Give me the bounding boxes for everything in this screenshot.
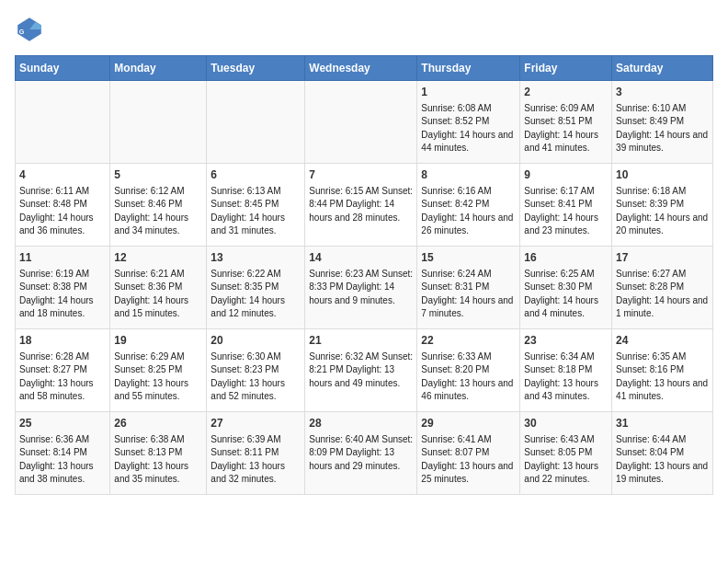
- calendar-table: SundayMondayTuesdayWednesdayThursdayFrid…: [15, 55, 713, 495]
- calendar-cell: 2Sunrise: 6:09 AM Sunset: 8:51 PM Daylig…: [520, 81, 612, 164]
- cell-content: Sunrise: 6:40 AM Sunset: 8:09 PM Dayligh…: [309, 433, 413, 474]
- cell-content: Sunrise: 6:30 AM Sunset: 8:23 PM Dayligh…: [210, 350, 301, 404]
- cell-content: Sunrise: 6:09 AM Sunset: 8:51 PM Dayligh…: [524, 102, 608, 155]
- calendar-cell: 16Sunrise: 6:25 AM Sunset: 8:30 PM Dayli…: [520, 247, 612, 329]
- day-number: 12: [114, 250, 202, 266]
- day-number: 11: [19, 250, 106, 266]
- calendar-cell: 28Sunrise: 6:40 AM Sunset: 8:09 PM Dayli…: [305, 412, 417, 495]
- cell-content: Sunrise: 6:13 AM Sunset: 8:45 PM Dayligh…: [210, 185, 301, 238]
- calendar-cell: [207, 81, 305, 164]
- cell-content: Sunrise: 6:10 AM Sunset: 8:49 PM Dayligh…: [616, 102, 709, 155]
- weekday-header-monday: Monday: [110, 56, 207, 81]
- calendar-cell: 11Sunrise: 6:19 AM Sunset: 8:38 PM Dayli…: [16, 247, 110, 329]
- cell-content: Sunrise: 6:39 AM Sunset: 8:11 PM Dayligh…: [210, 433, 301, 487]
- day-number: 23: [524, 333, 608, 349]
- calendar-week-2: 4Sunrise: 6:11 AM Sunset: 8:48 PM Daylig…: [16, 164, 713, 247]
- logo-icon: G: [15, 15, 44, 44]
- calendar-cell: 14Sunrise: 6:23 AM Sunset: 8:33 PM Dayli…: [305, 247, 417, 329]
- cell-content: Sunrise: 6:27 AM Sunset: 8:28 PM Dayligh…: [616, 268, 709, 321]
- weekday-header-tuesday: Tuesday: [207, 56, 305, 81]
- cell-content: Sunrise: 6:25 AM Sunset: 8:30 PM Dayligh…: [524, 268, 608, 321]
- calendar-cell: 25Sunrise: 6:36 AM Sunset: 8:14 PM Dayli…: [16, 412, 110, 495]
- calendar-cell: 27Sunrise: 6:39 AM Sunset: 8:11 PM Dayli…: [207, 412, 305, 495]
- cell-content: Sunrise: 6:18 AM Sunset: 8:39 PM Dayligh…: [616, 185, 709, 238]
- cell-content: Sunrise: 6:36 AM Sunset: 8:14 PM Dayligh…: [19, 433, 106, 487]
- cell-content: Sunrise: 6:24 AM Sunset: 8:31 PM Dayligh…: [421, 268, 516, 321]
- calendar-week-4: 18Sunrise: 6:28 AM Sunset: 8:27 PM Dayli…: [16, 329, 713, 412]
- calendar-cell: 19Sunrise: 6:29 AM Sunset: 8:25 PM Dayli…: [110, 329, 207, 412]
- cell-content: Sunrise: 6:17 AM Sunset: 8:41 PM Dayligh…: [524, 185, 608, 238]
- day-number: 30: [524, 416, 608, 431]
- day-number: 27: [210, 416, 301, 431]
- calendar-cell: [110, 81, 207, 164]
- cell-content: Sunrise: 6:32 AM Sunset: 8:21 PM Dayligh…: [309, 350, 413, 391]
- calendar-cell: 22Sunrise: 6:33 AM Sunset: 8:20 PM Dayli…: [417, 329, 520, 412]
- cell-content: Sunrise: 6:38 AM Sunset: 8:13 PM Dayligh…: [114, 433, 202, 487]
- calendar-cell: 8Sunrise: 6:16 AM Sunset: 8:42 PM Daylig…: [417, 164, 520, 247]
- weekday-header-sunday: Sunday: [16, 56, 110, 81]
- cell-content: Sunrise: 6:22 AM Sunset: 8:35 PM Dayligh…: [210, 268, 301, 321]
- calendar-cell: 26Sunrise: 6:38 AM Sunset: 8:13 PM Dayli…: [110, 412, 207, 495]
- cell-content: Sunrise: 6:33 AM Sunset: 8:20 PM Dayligh…: [421, 350, 516, 404]
- calendar-cell: 12Sunrise: 6:21 AM Sunset: 8:36 PM Dayli…: [110, 247, 207, 329]
- day-number: 4: [19, 167, 106, 183]
- cell-content: Sunrise: 6:11 AM Sunset: 8:48 PM Dayligh…: [19, 185, 106, 238]
- day-number: 22: [421, 333, 516, 349]
- day-number: 2: [524, 85, 608, 100]
- day-number: 20: [210, 333, 301, 349]
- day-number: 5: [114, 167, 202, 183]
- weekday-header-saturday: Saturday: [612, 56, 713, 81]
- day-number: 25: [19, 416, 106, 431]
- cell-content: Sunrise: 6:35 AM Sunset: 8:16 PM Dayligh…: [616, 350, 709, 404]
- day-number: 14: [309, 250, 413, 266]
- day-number: 24: [616, 333, 709, 349]
- day-number: 16: [524, 250, 608, 266]
- calendar-cell: 20Sunrise: 6:30 AM Sunset: 8:23 PM Dayli…: [207, 329, 305, 412]
- calendar-cell: 18Sunrise: 6:28 AM Sunset: 8:27 PM Dayli…: [16, 329, 110, 412]
- calendar-week-3: 11Sunrise: 6:19 AM Sunset: 8:38 PM Dayli…: [16, 247, 713, 329]
- svg-text:G: G: [19, 28, 25, 36]
- cell-content: Sunrise: 6:15 AM Sunset: 8:44 PM Dayligh…: [309, 185, 413, 225]
- weekday-header-row: SundayMondayTuesdayWednesdayThursdayFrid…: [16, 56, 713, 81]
- day-number: 8: [421, 167, 516, 183]
- day-number: 15: [421, 250, 516, 266]
- calendar-cell: 6Sunrise: 6:13 AM Sunset: 8:45 PM Daylig…: [207, 164, 305, 247]
- cell-content: Sunrise: 6:08 AM Sunset: 8:52 PM Dayligh…: [421, 102, 516, 155]
- calendar-body: 1Sunrise: 6:08 AM Sunset: 8:52 PM Daylig…: [16, 81, 713, 495]
- calendar-cell: 30Sunrise: 6:43 AM Sunset: 8:05 PM Dayli…: [520, 412, 612, 495]
- calendar-cell: 7Sunrise: 6:15 AM Sunset: 8:44 PM Daylig…: [305, 164, 417, 247]
- calendar-week-1: 1Sunrise: 6:08 AM Sunset: 8:52 PM Daylig…: [16, 81, 713, 164]
- calendar-cell: 1Sunrise: 6:08 AM Sunset: 8:52 PM Daylig…: [417, 81, 520, 164]
- weekday-header-wednesday: Wednesday: [305, 56, 417, 81]
- calendar-cell: 24Sunrise: 6:35 AM Sunset: 8:16 PM Dayli…: [612, 329, 713, 412]
- calendar-cell: 23Sunrise: 6:34 AM Sunset: 8:18 PM Dayli…: [520, 329, 612, 412]
- calendar-cell: 4Sunrise: 6:11 AM Sunset: 8:48 PM Daylig…: [16, 164, 110, 247]
- calendar-cell: [16, 81, 110, 164]
- calendar-cell: [305, 81, 417, 164]
- calendar-cell: 31Sunrise: 6:44 AM Sunset: 8:04 PM Dayli…: [612, 412, 713, 495]
- weekday-header-friday: Friday: [520, 56, 612, 81]
- day-number: 28: [309, 416, 413, 431]
- cell-content: Sunrise: 6:43 AM Sunset: 8:05 PM Dayligh…: [524, 433, 608, 487]
- day-number: 26: [114, 416, 202, 431]
- day-number: 3: [616, 85, 709, 100]
- cell-content: Sunrise: 6:41 AM Sunset: 8:07 PM Dayligh…: [421, 433, 516, 487]
- calendar-header: SundayMondayTuesdayWednesdayThursdayFrid…: [16, 56, 713, 81]
- day-number: 9: [524, 167, 608, 183]
- calendar-cell: 21Sunrise: 6:32 AM Sunset: 8:21 PM Dayli…: [305, 329, 417, 412]
- cell-content: Sunrise: 6:23 AM Sunset: 8:33 PM Dayligh…: [309, 268, 413, 308]
- calendar-cell: 10Sunrise: 6:18 AM Sunset: 8:39 PM Dayli…: [612, 164, 713, 247]
- cell-content: Sunrise: 6:21 AM Sunset: 8:36 PM Dayligh…: [114, 268, 202, 321]
- header: G: [15, 15, 713, 44]
- weekday-header-thursday: Thursday: [417, 56, 520, 81]
- calendar-cell: 13Sunrise: 6:22 AM Sunset: 8:35 PM Dayli…: [207, 247, 305, 329]
- calendar-cell: 15Sunrise: 6:24 AM Sunset: 8:31 PM Dayli…: [417, 247, 520, 329]
- day-number: 7: [309, 167, 413, 183]
- day-number: 19: [114, 333, 202, 349]
- cell-content: Sunrise: 6:44 AM Sunset: 8:04 PM Dayligh…: [616, 433, 709, 487]
- cell-content: Sunrise: 6:19 AM Sunset: 8:38 PM Dayligh…: [19, 268, 106, 321]
- day-number: 6: [210, 167, 301, 183]
- day-number: 29: [421, 416, 516, 431]
- cell-content: Sunrise: 6:29 AM Sunset: 8:25 PM Dayligh…: [114, 350, 202, 404]
- day-number: 21: [309, 333, 413, 349]
